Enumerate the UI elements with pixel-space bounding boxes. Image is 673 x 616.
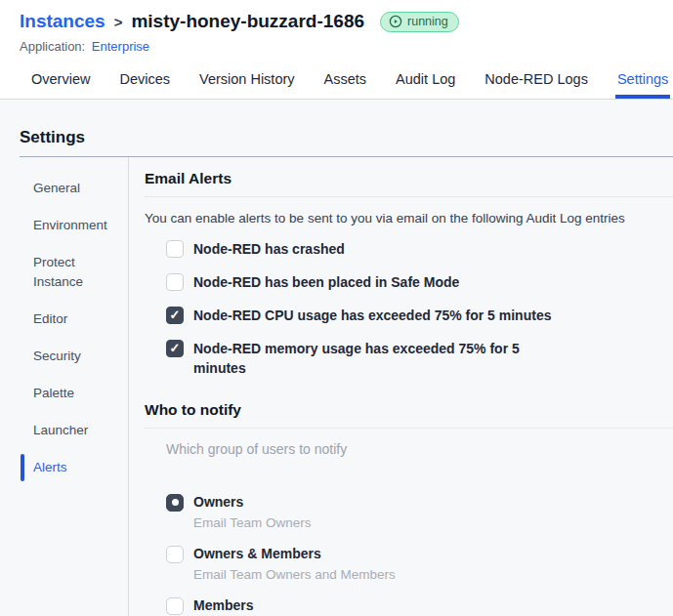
notify-option-members[interactable]: Members Email Team Members bbox=[166, 596, 673, 616]
radio-label: Owners & Members bbox=[193, 545, 396, 563]
settings-columns: General Environment Protect Instance Edi… bbox=[20, 157, 673, 616]
who-to-notify-title: Who to notify bbox=[145, 401, 673, 419]
page-header: Instances > misty-honey-buzzard-1686 run… bbox=[0, 0, 673, 54]
alert-option-safe-mode[interactable]: Node-RED has been placed in Safe Mode bbox=[166, 272, 673, 292]
alert-option-cpu[interactable]: Node-RED CPU usage has exceeded 75% for … bbox=[166, 306, 673, 325]
status-badge-label: running bbox=[407, 15, 448, 28]
application-label: Application: bbox=[20, 39, 85, 54]
radio-sublabel: Email Team Owners bbox=[193, 515, 312, 530]
status-badge: running bbox=[380, 12, 459, 32]
breadcrumb: Instances > misty-honey-buzzard-1686 run… bbox=[20, 11, 653, 32]
checkbox-label: Node-RED memory usage has exceeded 75% f… bbox=[193, 339, 572, 378]
radio-members[interactable] bbox=[166, 597, 184, 615]
instance-tabs: Overview Devices Version History Assets … bbox=[0, 66, 673, 100]
email-alerts-divider bbox=[145, 196, 673, 197]
settings-page-title: Settings bbox=[20, 128, 673, 147]
notify-group-options: Owners Email Team Owners Owners & Member… bbox=[145, 493, 673, 616]
checkbox-label: Node-RED CPU usage has exceeded 75% for … bbox=[193, 306, 551, 325]
sidebar-item-protect-instance[interactable]: Protect Instance bbox=[20, 244, 128, 301]
alert-option-memory[interactable]: Node-RED memory usage has exceeded 75% f… bbox=[166, 339, 673, 378]
radio-owners-members[interactable] bbox=[166, 546, 184, 563]
breadcrumb-separator: > bbox=[114, 14, 123, 30]
radio-sublabel: Email Team Owners and Members bbox=[193, 567, 396, 582]
tab-assets[interactable]: Assets bbox=[322, 66, 369, 99]
email-alerts-description: You can enable alerts to be sent to you … bbox=[145, 211, 673, 226]
email-alerts-title: Email Alerts bbox=[145, 170, 673, 187]
who-to-notify-divider bbox=[145, 428, 673, 429]
checkbox-crashed[interactable] bbox=[166, 240, 184, 258]
checkbox-cpu[interactable] bbox=[166, 307, 184, 324]
application-link[interactable]: Enterprise bbox=[92, 39, 149, 54]
tab-audit-log[interactable]: Audit Log bbox=[394, 66, 457, 99]
settings-sidebar: General Environment Protect Instance Edi… bbox=[20, 157, 129, 616]
tab-version-history[interactable]: Version History bbox=[197, 66, 297, 99]
sidebar-item-palette[interactable]: Palette bbox=[20, 375, 128, 412]
tab-node-red-logs[interactable]: Node-RED Logs bbox=[483, 66, 590, 99]
tab-overview[interactable]: Overview bbox=[29, 66, 92, 99]
alerts-settings-panel: Email Alerts You can enable alerts to be… bbox=[129, 157, 673, 616]
application-row: Application: Enterprise bbox=[20, 39, 653, 54]
breadcrumb-instances-link[interactable]: Instances bbox=[20, 11, 105, 32]
sidebar-item-launcher[interactable]: Launcher bbox=[20, 412, 128, 449]
notify-option-owners-members[interactable]: Owners & Members Email Team Owners and M… bbox=[166, 545, 673, 582]
who-to-notify-note: Which group of users to notify bbox=[166, 441, 673, 457]
checkbox-safe-mode[interactable] bbox=[166, 273, 184, 291]
sidebar-item-alerts[interactable]: Alerts bbox=[20, 449, 128, 486]
tab-settings[interactable]: Settings bbox=[615, 66, 670, 99]
sidebar-item-environment[interactable]: Environment bbox=[20, 207, 128, 244]
radio-label: Owners bbox=[193, 493, 312, 512]
notify-option-owners[interactable]: Owners Email Team Owners bbox=[166, 493, 673, 530]
checkbox-memory[interactable] bbox=[166, 340, 184, 357]
instance-settings-page: Instances > misty-honey-buzzard-1686 run… bbox=[0, 0, 673, 616]
radio-owners[interactable] bbox=[166, 494, 184, 512]
settings-content: Settings General Environment Protect Ins… bbox=[0, 100, 673, 616]
checkbox-label: Node-RED has crashed bbox=[193, 239, 345, 259]
checkbox-label: Node-RED has been placed in Safe Mode bbox=[193, 272, 459, 292]
tab-devices[interactable]: Devices bbox=[117, 66, 172, 99]
who-to-notify-section: Who to notify Which group of users to no… bbox=[145, 401, 673, 616]
instance-name: misty-honey-buzzard-1686 bbox=[131, 11, 364, 32]
alert-option-crashed[interactable]: Node-RED has crashed bbox=[166, 239, 673, 259]
sidebar-item-general[interactable]: General bbox=[20, 170, 128, 207]
radio-label: Members bbox=[193, 596, 320, 615]
play-circle-icon bbox=[389, 15, 402, 28]
sidebar-item-editor[interactable]: Editor bbox=[20, 301, 128, 338]
sidebar-item-security[interactable]: Security bbox=[20, 338, 128, 375]
